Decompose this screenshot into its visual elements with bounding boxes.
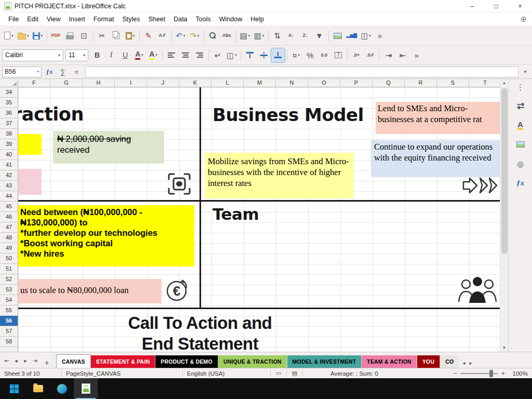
- row-header-39[interactable]: 39: [0, 139, 18, 150]
- row-header-48[interactable]: 48: [0, 233, 18, 243]
- select-function-button[interactable]: ∑: [57, 66, 69, 77]
- clone-formatting-button[interactable]: ✎: [142, 29, 155, 43]
- column-header-l[interactable]: L: [211, 79, 244, 87]
- zoom-out-button[interactable]: −: [454, 369, 458, 377]
- tab-scroll-left-button[interactable]: ◂: [460, 360, 467, 366]
- note-saving-received[interactable]: ₦ 2,000,000 saving received: [53, 131, 164, 164]
- print-button[interactable]: [63, 29, 77, 43]
- column-header-g[interactable]: G: [50, 79, 83, 87]
- expand-formula-bar-icon[interactable]: ▾: [521, 69, 530, 74]
- align-left-button[interactable]: [165, 48, 178, 62]
- close-button[interactable]: ×: [508, 0, 532, 12]
- increase-indent-button[interactable]: ⇥: [382, 48, 395, 62]
- styles-deck-button[interactable]: A: [513, 118, 528, 132]
- scroll-up-icon[interactable]: ▲: [500, 79, 508, 87]
- save-button[interactable]: ▾: [31, 29, 45, 43]
- euro-coin-icon[interactable]: €: [165, 277, 190, 304]
- insert-rows-button[interactable]: ▤▾: [238, 29, 252, 43]
- column-header-s[interactable]: S: [437, 79, 469, 87]
- font-name-select-button[interactable]: Calibri▾: [2, 49, 63, 61]
- freeze-rows-and-columns-button[interactable]: ◫▾: [359, 29, 373, 43]
- note-continue-expand[interactable]: Continue to expand our operations with t…: [371, 140, 500, 177]
- note-investment-need[interactable]: Need between (₦100,000,000 - ₦130,000,00…: [18, 205, 194, 267]
- row-header-46[interactable]: 46: [0, 212, 18, 222]
- redo-button[interactable]: ↷▾: [188, 29, 202, 43]
- merge-cells-button[interactable]: ◫▾: [225, 48, 238, 62]
- navigator-deck-button[interactable]: ◎: [513, 157, 528, 170]
- sort-button[interactable]: ⇅: [271, 29, 284, 43]
- row-header-38[interactable]: 38: [0, 129, 18, 139]
- name-box-dropdown-icon[interactable]: ▾: [37, 70, 39, 74]
- paste-dropdown-icon[interactable]: ▾: [133, 34, 135, 38]
- business-model-heading[interactable]: Business Model: [212, 104, 364, 125]
- minimize-button[interactable]: –: [460, 0, 484, 12]
- format-as-date-button[interactable]: 7: [331, 48, 345, 62]
- note-mobilize-savings[interactable]: Mobilize savings from SMEs and Micro-bus…: [205, 153, 354, 198]
- call-to-action-heading[interactable]: Call To Action and End Statement: [44, 313, 356, 352]
- row-header-52[interactable]: 52: [0, 274, 18, 285]
- sheet-tab-product-demo[interactable]: PRODUCT & DEMO: [155, 355, 218, 368]
- redo-dropdown-icon[interactable]: ▾: [197, 34, 200, 38]
- sort-ascending-button[interactable]: A↓: [285, 29, 298, 43]
- decrease-indent-button[interactable]: ⇤: [396, 48, 409, 62]
- menu-help[interactable]: Help: [246, 14, 268, 25]
- insert-columns-button[interactable]: ▥▾: [252, 29, 266, 43]
- sheet-tab-team-action[interactable]: TEAM & ACTION: [362, 355, 417, 368]
- row-header-58[interactable]: 58: [0, 337, 18, 347]
- menu-tools[interactable]: Tools: [192, 14, 215, 25]
- open-file-button[interactable]: ▾: [16, 29, 31, 43]
- align-center-button[interactable]: [179, 48, 192, 62]
- align-bottom-button[interactable]: [271, 48, 285, 62]
- start-button[interactable]: [2, 378, 26, 399]
- column-header-i[interactable]: I: [115, 79, 147, 87]
- note-pink-fragment[interactable]: [18, 169, 42, 195]
- row-header-34[interactable]: 34: [0, 87, 18, 98]
- insert-image-button[interactable]: [331, 29, 344, 43]
- zoom-level[interactable]: 100%: [508, 370, 528, 377]
- row-header-37[interactable]: 37: [0, 118, 18, 129]
- save-dropdown-icon[interactable]: ▾: [41, 34, 43, 38]
- menu-view[interactable]: View: [43, 14, 65, 25]
- row-header-51[interactable]: 51: [0, 264, 18, 274]
- formatbar-overflow-button[interactable]: »: [410, 48, 423, 62]
- function-wizard-button[interactable]: ƒx: [44, 66, 55, 77]
- sheet-tab-co[interactable]: CO: [440, 355, 459, 368]
- undo-button[interactable]: ↶▾: [174, 29, 188, 43]
- spelling-button[interactable]: Abc: [220, 29, 234, 43]
- functions-deck-button[interactable]: ƒx: [513, 176, 528, 190]
- last-sheet-button[interactable]: ⇥: [30, 357, 39, 364]
- zoom-slider[interactable]: [460, 373, 498, 374]
- align-right-button[interactable]: [193, 48, 206, 62]
- font-size-select-button[interactable]: 11▾: [65, 49, 88, 61]
- find-and-replace-button[interactable]: [206, 29, 220, 43]
- format-as-currency-dropdown-icon[interactable]: ▾: [298, 53, 300, 57]
- row-header-42[interactable]: 42: [0, 170, 18, 181]
- merge-cells-dropdown-icon[interactable]: ▾: [235, 53, 237, 57]
- align-top-button[interactable]: [243, 48, 257, 62]
- undo-dropdown-icon[interactable]: ▾: [183, 34, 185, 38]
- scroll-down-icon[interactable]: ▼: [500, 344, 508, 352]
- maximize-button[interactable]: □: [484, 0, 508, 12]
- print-preview-button[interactable]: ⊡: [77, 29, 91, 43]
- delete-decimal-place-button[interactable]: .0✗: [364, 48, 377, 62]
- zoom-in-button[interactable]: +: [501, 369, 505, 377]
- select-all-corner[interactable]: [0, 79, 18, 87]
- selection-statistics[interactable]: Average: ; Sum: 0: [326, 370, 382, 377]
- sort-descending-button[interactable]: Z↓: [299, 29, 312, 43]
- add-sheet-button[interactable]: +: [42, 358, 52, 367]
- spreadsheet-cells[interactable]: raction Business Model Team Call To Acti…: [18, 87, 500, 352]
- sheet-tab-model-investment[interactable]: MODEL & INVESTMENT: [287, 355, 362, 368]
- row-header-57[interactable]: 57: [0, 326, 18, 337]
- team-people-icon[interactable]: [456, 273, 499, 308]
- row-header-43[interactable]: 43: [0, 181, 18, 191]
- column-header-k[interactable]: K: [179, 79, 211, 87]
- copy-button[interactable]: [110, 29, 123, 43]
- toolbar-overflow-button[interactable]: »: [373, 29, 387, 43]
- new-document-button[interactable]: ▾: [2, 29, 16, 43]
- column-header-o[interactable]: O: [308, 79, 340, 87]
- row-header-36[interactable]: 36: [0, 108, 18, 118]
- sheet-tab-unique-traction[interactable]: UNIQUE & TRACTION: [218, 355, 287, 368]
- note-scale-loan[interactable]: us to scale to ₦80,000,000 loan: [18, 279, 162, 303]
- note-yellow-fragment[interactable]: [18, 134, 42, 155]
- libreoffice-calc-taskbar-button[interactable]: [74, 378, 98, 399]
